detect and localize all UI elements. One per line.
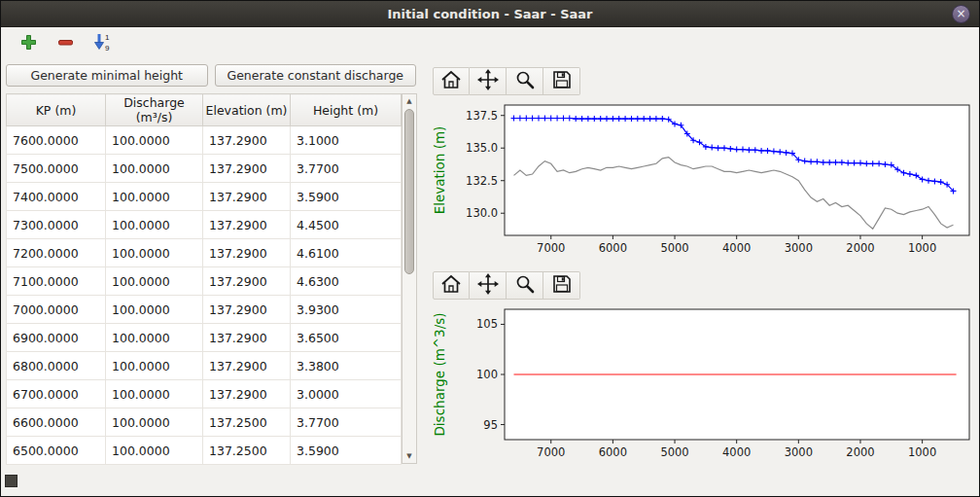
table-cell[interactable]: 7200.0000 <box>7 239 106 267</box>
table-scrollbar[interactable]: ▲ ▼ <box>402 93 417 464</box>
table-cell[interactable]: 137.2900 <box>203 380 291 408</box>
svg-text:6000: 6000 <box>599 445 627 459</box>
pan-button[interactable] <box>470 67 507 95</box>
table-cell[interactable]: 100.0000 <box>106 126 203 155</box>
table-cell[interactable]: 100.0000 <box>106 437 203 465</box>
table-cell[interactable]: 3.5900 <box>291 437 402 465</box>
column-header[interactable]: Elevation (m) <box>203 94 291 126</box>
initial-condition-panel: Generate minimal height Generate constan… <box>1 59 423 496</box>
table-cell[interactable]: 3.5900 <box>291 183 402 211</box>
table-cell[interactable]: 100.0000 <box>106 239 203 267</box>
column-header[interactable]: Height (m) <box>291 94 402 126</box>
add-row-button[interactable] <box>17 32 40 55</box>
table-cell[interactable]: 137.2900 <box>203 155 291 183</box>
table-cell[interactable]: 3.9300 <box>291 296 402 324</box>
home-button[interactable] <box>433 67 470 95</box>
table-cell[interactable]: 3.7700 <box>291 408 402 437</box>
zoom-button[interactable] <box>507 271 543 300</box>
table-cell[interactable]: 3.7700 <box>291 155 402 183</box>
table-cell[interactable]: 100.0000 <box>106 408 203 437</box>
table-cell[interactable]: 6900.0000 <box>7 324 106 352</box>
titlebar[interactable]: Initial condition - Saar - Saar × <box>1 1 979 27</box>
table-row: 6600.0000100.0000137.25003.7700 <box>7 408 402 437</box>
table-cell[interactable]: 3.0000 <box>291 380 402 408</box>
table-cell[interactable]: 137.2900 <box>203 352 291 380</box>
generate-minimal-height-button[interactable]: Generate minimal height <box>6 64 208 87</box>
svg-text:1: 1 <box>105 33 110 42</box>
svg-text:100: 100 <box>476 368 498 381</box>
sort-rows-button[interactable]: 1 9 <box>90 32 114 55</box>
svg-text:7000: 7000 <box>537 445 565 459</box>
column-header[interactable]: Discharge (m³/s) <box>106 94 203 126</box>
table-cell[interactable]: 6700.0000 <box>7 380 106 408</box>
table-cell[interactable]: 3.1000 <box>291 126 402 155</box>
table-cell[interactable]: 6800.0000 <box>7 352 106 380</box>
table-cell[interactable]: 137.2500 <box>203 408 291 437</box>
table-cell[interactable]: 3.6500 <box>291 324 402 352</box>
magnifier-icon <box>514 69 536 93</box>
table-cell[interactable]: 100.0000 <box>106 296 203 324</box>
table-cell[interactable]: 137.2900 <box>203 296 291 324</box>
table-cell[interactable]: 4.6100 <box>291 239 402 267</box>
table-row: 7500.0000100.0000137.29003.7700 <box>7 155 402 183</box>
table-cell[interactable]: 100.0000 <box>106 380 203 408</box>
save-figure-button[interactable] <box>543 67 580 95</box>
svg-text:5000: 5000 <box>660 445 688 459</box>
home-button[interactable] <box>433 271 470 300</box>
generate-constant-discharge-button[interactable]: Generate constant discharge <box>215 64 417 87</box>
table-cell[interactable]: 100.0000 <box>106 267 203 296</box>
table-cell[interactable]: 100.0000 <box>106 155 203 183</box>
scroll-down-icon[interactable]: ▼ <box>402 449 416 463</box>
table-cell[interactable]: 137.2900 <box>203 211 291 239</box>
svg-text:130.0: 130.0 <box>466 206 498 220</box>
table-cell[interactable]: 7000.0000 <box>7 296 106 324</box>
svg-text:6000: 6000 <box>599 241 627 255</box>
table-row: 7300.0000100.0000137.29004.4500 <box>7 211 402 239</box>
table-cell[interactable]: 137.2900 <box>203 324 291 352</box>
table-cell[interactable]: 4.6300 <box>291 267 402 296</box>
table-cell[interactable]: 7500.0000 <box>7 155 106 183</box>
table-cell[interactable]: 7300.0000 <box>7 211 106 239</box>
scrollbar-thumb[interactable] <box>404 109 414 274</box>
table-cell[interactable]: 7600.0000 <box>7 126 106 155</box>
plus-icon <box>20 34 37 53</box>
zoom-button[interactable] <box>507 67 543 95</box>
minus-icon <box>57 34 74 53</box>
table-cell[interactable]: 137.2500 <box>203 437 291 465</box>
pan-button[interactable] <box>470 271 507 300</box>
column-header[interactable]: KP (m) <box>7 94 106 126</box>
home-icon <box>440 70 462 92</box>
table-row: 7000.0000100.0000137.29003.9300 <box>7 296 402 324</box>
table-cell[interactable]: 137.2900 <box>203 267 291 296</box>
table-cell[interactable]: 4.4500 <box>291 211 402 239</box>
svg-text:135.0: 135.0 <box>466 141 498 155</box>
window-title: Initial condition - Saar - Saar <box>387 7 592 21</box>
close-button[interactable]: × <box>952 5 970 23</box>
table-cell[interactable]: 6600.0000 <box>7 408 106 437</box>
table-cell[interactable]: 100.0000 <box>106 183 203 211</box>
discharge-plot[interactable]: 700060005000400030002000100095100105Disc… <box>429 302 979 468</box>
svg-text:5000: 5000 <box>660 241 688 255</box>
table-row: 6800.0000100.0000137.29003.3800 <box>7 352 402 380</box>
plots-panel: 7000600050004000300020001000130.0132.513… <box>423 59 979 496</box>
svg-text:1000: 1000 <box>908 241 936 255</box>
table-cell[interactable]: 6500.0000 <box>7 437 106 465</box>
table-cell[interactable]: 100.0000 <box>106 324 203 352</box>
elevation-plot-toolbar <box>433 67 979 95</box>
svg-text:132.5: 132.5 <box>466 174 498 188</box>
table-cell[interactable]: 137.2900 <box>203 239 291 267</box>
table-cell[interactable]: 100.0000 <box>106 352 203 380</box>
elevation-plot[interactable]: 7000600050004000300020001000130.0132.513… <box>429 97 979 264</box>
table-cell[interactable]: 7400.0000 <box>7 183 106 211</box>
delete-row-button[interactable] <box>53 32 77 55</box>
table-cell[interactable]: 3.3800 <box>291 352 402 380</box>
table-cell[interactable]: 7100.0000 <box>7 267 106 296</box>
home-icon <box>440 274 462 297</box>
table-cell[interactable]: 100.0000 <box>106 211 203 239</box>
table-cell[interactable]: 137.2900 <box>203 183 291 211</box>
scroll-up-icon[interactable]: ▲ <box>402 94 416 108</box>
svg-text:137.5: 137.5 <box>466 109 498 123</box>
table-row: 6500.0000100.0000137.25003.5900 <box>7 437 402 465</box>
table-cell[interactable]: 137.2900 <box>203 126 291 155</box>
save-figure-button[interactable] <box>543 271 580 300</box>
